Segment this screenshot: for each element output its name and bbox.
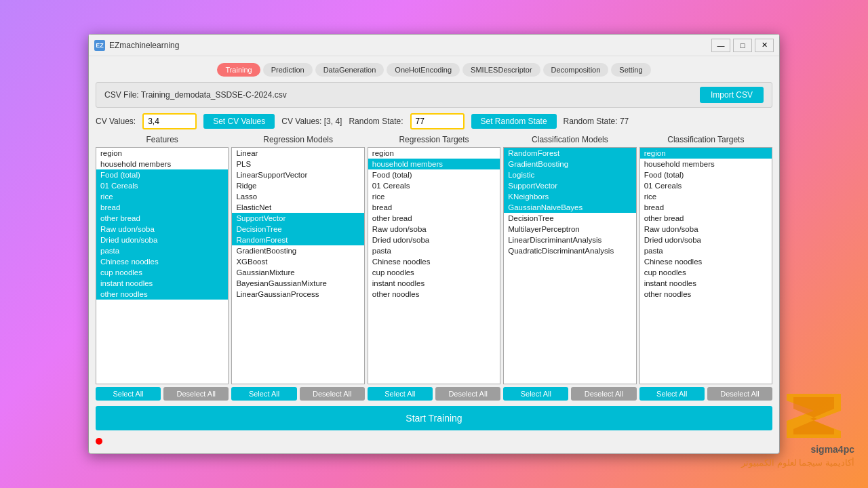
list-item[interactable]: 01 Cereals	[96, 180, 228, 191]
list-item[interactable]: XGBoost	[232, 256, 363, 267]
list-item[interactable]: rice	[96, 191, 228, 202]
list-item[interactable]: Dried udon/soba	[368, 235, 500, 245]
list-item[interactable]: Food (total)	[640, 169, 772, 180]
classification-targets-header: Classification Targets	[639, 135, 772, 144]
list-item[interactable]: pasta	[640, 245, 772, 256]
list-item[interactable]: instant noodles	[640, 278, 772, 289]
list-item[interactable]: KNeighbors	[504, 191, 635, 202]
classification-targets-select-all[interactable]: Select All	[639, 387, 705, 401]
set-cv-button[interactable]: Set CV Values	[203, 114, 275, 129]
list-item[interactable]: Raw udon/soba	[368, 224, 500, 235]
list-item[interactable]: other noodles	[368, 289, 500, 300]
list-item[interactable]: Raw udon/soba	[640, 224, 772, 235]
cv-values-input[interactable]	[142, 113, 197, 129]
list-item[interactable]: SupportVector	[504, 180, 635, 191]
list-item[interactable]: other bread	[640, 213, 772, 224]
list-item[interactable]: region	[96, 148, 228, 159]
list-item[interactable]: cup noodles	[640, 267, 772, 278]
list-item[interactable]: bread	[368, 202, 500, 213]
classification-models-deselect-all[interactable]: Deselect All	[571, 387, 636, 401]
regression-models-deselect-all[interactable]: Deselect All	[300, 387, 365, 401]
list-item[interactable]: LinearGaussianProcess	[232, 289, 363, 300]
list-item[interactable]: cup noodles	[368, 267, 500, 278]
list-item[interactable]: 01 Cereals	[640, 180, 772, 191]
set-random-button[interactable]: Set Random State	[471, 114, 557, 129]
list-item[interactable]: region	[640, 148, 772, 159]
minimize-button[interactable]: —	[711, 39, 730, 52]
regression-targets-list[interactable]: region household members Food (total) 01…	[368, 147, 500, 384]
nav-smilesdescriptor[interactable]: SMILESDescriptor	[462, 63, 540, 77]
list-item[interactable]: SupportVector	[232, 213, 363, 224]
list-item[interactable]: LinearDiscriminantAnalysis	[504, 235, 635, 245]
list-item[interactable]: LinearSupportVector	[232, 169, 363, 180]
list-item[interactable]: MultilayerPerceptron	[504, 224, 635, 235]
list-item[interactable]: rice	[368, 191, 500, 202]
close-button[interactable]: ✕	[755, 39, 774, 52]
features-select-all[interactable]: Select All	[96, 387, 161, 401]
list-item[interactable]: Dried udon/soba	[96, 235, 228, 245]
list-item[interactable]: Linear	[232, 148, 363, 159]
regression-targets-select-all[interactable]: Select All	[368, 387, 433, 401]
regression-targets-header: Regression Targets	[368, 135, 500, 144]
start-training-button[interactable]: Start Training	[96, 406, 772, 430]
list-item[interactable]: cup noodles	[96, 267, 228, 278]
list-item[interactable]: bread	[96, 202, 228, 213]
list-item[interactable]: Chinese noodles	[640, 256, 772, 267]
nav-training[interactable]: Training	[217, 63, 260, 77]
list-item[interactable]: region	[368, 148, 500, 159]
maximize-button[interactable]: □	[733, 39, 752, 52]
list-item[interactable]: household members	[96, 159, 228, 169]
list-item[interactable]: RandomForest	[504, 148, 635, 159]
nav-datageneration[interactable]: DataGeneration	[315, 63, 384, 77]
list-item[interactable]: bread	[640, 202, 772, 213]
list-item[interactable]: other bread	[368, 213, 500, 224]
list-item[interactable]: other bread	[96, 213, 228, 224]
regression-targets-deselect-all[interactable]: Deselect All	[435, 387, 500, 401]
list-item[interactable]: Chinese noodles	[96, 256, 228, 267]
regression-models-list[interactable]: Linear PLS LinearSupportVector Ridge Las…	[231, 147, 364, 384]
nav-decomposition[interactable]: Decomposition	[543, 63, 609, 77]
list-item[interactable]: GaussianNaiveBayes	[504, 202, 635, 213]
list-item[interactable]: pasta	[368, 245, 500, 256]
list-item[interactable]: household members	[368, 159, 500, 169]
nav-prediction[interactable]: Prediction	[263, 63, 313, 77]
features-header: Features	[96, 135, 229, 144]
random-state-input[interactable]	[410, 113, 465, 129]
list-item[interactable]: Ridge	[232, 180, 363, 191]
list-item[interactable]: other noodles	[640, 289, 772, 300]
list-item[interactable]: Food (total)	[96, 169, 228, 180]
list-item[interactable]: household members	[640, 159, 772, 169]
features-list[interactable]: region household members Food (total) 01…	[96, 147, 229, 384]
list-item[interactable]: RandomForest	[232, 235, 363, 245]
nav-onehotencoding[interactable]: OneHotEncoding	[387, 63, 460, 77]
list-item[interactable]: other noodles	[96, 289, 228, 300]
classification-models-select-all[interactable]: Select All	[503, 387, 568, 401]
random-state-display: Random State: 77	[564, 117, 629, 126]
list-item[interactable]: BayesianGaussianMixture	[232, 278, 363, 289]
list-item[interactable]: GradientBoosting	[504, 159, 635, 169]
list-item[interactable]: QuadraticDiscriminantAnalysis	[504, 245, 635, 256]
classification-targets-list[interactable]: region household members Food (total) 01…	[639, 147, 772, 384]
list-item[interactable]: GaussianMixture	[232, 267, 363, 278]
list-item[interactable]: Food (total)	[368, 169, 500, 180]
list-item[interactable]: instant noodles	[96, 278, 228, 289]
import-csv-button[interactable]: Import CSV	[700, 87, 764, 103]
list-item[interactable]: PLS	[232, 159, 363, 169]
list-item[interactable]: Lasso	[232, 191, 363, 202]
list-item[interactable]: Raw udon/soba	[96, 224, 228, 235]
nav-setting[interactable]: Setting	[611, 63, 650, 77]
classification-models-list[interactable]: RandomForest GradientBoosting Logistic S…	[503, 147, 636, 384]
list-item[interactable]: rice	[640, 191, 772, 202]
regression-models-select-all[interactable]: Select All	[231, 387, 296, 401]
list-item[interactable]: pasta	[96, 245, 228, 256]
list-item[interactable]: ElasticNet	[232, 202, 363, 213]
list-item[interactable]: 01 Cereals	[368, 180, 500, 191]
features-deselect-all[interactable]: Deselect All	[163, 387, 229, 401]
list-item[interactable]: DecisionTree	[232, 224, 363, 235]
list-item[interactable]: GradientBoosting	[232, 245, 363, 256]
list-item[interactable]: Dried udon/soba	[640, 235, 772, 245]
list-item[interactable]: Logistic	[504, 169, 635, 180]
list-item[interactable]: Chinese noodles	[368, 256, 500, 267]
list-item[interactable]: DecisionTree	[504, 213, 635, 224]
list-item[interactable]: instant noodles	[368, 278, 500, 289]
